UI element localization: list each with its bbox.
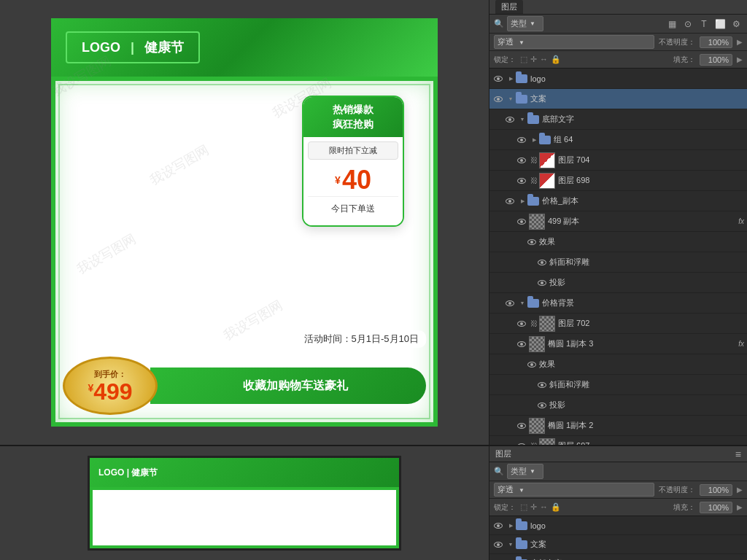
bottom-lock-icon-4[interactable]: 🔒: [551, 502, 561, 512]
layer-item[interactable]: ⛓ 图层 698: [489, 171, 747, 191]
bottom-layer-item[interactable]: logo: [489, 516, 747, 535]
layer-visibility[interactable]: [516, 420, 527, 432]
bottom-fill-value[interactable]: 100%: [700, 502, 732, 513]
layer-visibility[interactable]: [526, 236, 538, 248]
layer-item[interactable]: 效果: [489, 232, 747, 252]
layer-item[interactable]: ⛓ 图层 697: [489, 436, 747, 445]
layer-visibility[interactable]: [492, 539, 504, 551]
layers-tab[interactable]: 图层: [495, 0, 523, 14]
lock-icon-4[interactable]: 🔒: [551, 55, 561, 64]
card-header-line2: 疯狂抢购: [311, 117, 395, 132]
layer-expand-arrow[interactable]: [506, 94, 516, 104]
filter-dropdown[interactable]: 类型 ▼: [507, 16, 543, 31]
bottom-fill-arrow[interactable]: ▶: [737, 503, 743, 511]
layer-name: 文案: [530, 93, 744, 104]
layer-item[interactable]: 投影: [489, 395, 747, 416]
layer-item[interactable]: 499 副本 fx: [489, 211, 747, 232]
fill-label: 填充：: [673, 55, 695, 65]
bottom-lock-icon-2[interactable]: ✛: [530, 502, 537, 512]
layer-item[interactable]: ⛓ 图层 702: [489, 314, 747, 334]
layer-expand-arrow[interactable]: [506, 540, 516, 550]
layer-item[interactable]: ⛓ 图层 704: [489, 150, 747, 171]
layer-visibility[interactable]: [492, 558, 504, 561]
layer-visibility[interactable]: [516, 318, 527, 330]
bottom-lock-icon-3[interactable]: ↔: [540, 502, 548, 512]
layer-item[interactable]: 椭圆 1副本 3 fx: [489, 334, 747, 354]
collect-text: 收藏加购物车送豪礼: [243, 378, 348, 394]
bottom-search-row: 🔍 类型 ▼: [489, 462, 747, 481]
layer-list[interactable]: logo 文案 底部文字 组 64: [489, 69, 747, 445]
bottom-filter-label: 类型: [511, 466, 527, 477]
layer-visibility[interactable]: [492, 520, 504, 532]
bottom-opacity-arrow[interactable]: ▶: [737, 486, 743, 494]
layer-item[interactable]: 价格_副本: [489, 191, 747, 211]
blend-mode-dropdown[interactable]: 穿透 ▼: [494, 35, 654, 49]
fill-arrow[interactable]: ▶: [737, 55, 743, 63]
layer-visibility[interactable]: [504, 298, 516, 309]
layer-visibility[interactable]: [504, 195, 516, 207]
panel-icon-2[interactable]: ⊙: [681, 18, 694, 31]
lock-icons: ⬚ ✛ ↔ 🔒: [520, 55, 561, 64]
layer-item[interactable]: 底部文字: [489, 109, 747, 130]
layer-expand-arrow[interactable]: [506, 74, 516, 84]
canvas-bottom-area: 活动时间：5月1日-5月10日 到手价： ¥ 499 收藏加购物车送豪礼: [55, 330, 433, 415]
layer-item[interactable]: 椭圆 1副本 2: [489, 416, 747, 436]
layer-visibility[interactable]: [526, 359, 538, 370]
layer-item[interactable]: 文案: [489, 89, 747, 109]
activity-time: 活动时间：5月1日-5月10日: [297, 330, 426, 348]
layer-expand-arrow[interactable]: [517, 114, 527, 125]
layer-thumbnail: [529, 336, 545, 352]
layer-visibility[interactable]: [516, 134, 527, 146]
layer-visibility[interactable]: [536, 400, 548, 411]
layers-menu-icon[interactable]: ≡: [735, 448, 741, 460]
lock-icon-1[interactable]: ⬚: [520, 55, 527, 64]
layer-visibility[interactable]: [516, 216, 527, 228]
lock-icon-2[interactable]: ✛: [530, 55, 537, 64]
layer-expand-arrow[interactable]: [517, 196, 527, 206]
panel-icon-3[interactable]: T: [697, 18, 711, 31]
bottom-layer-list[interactable]: logo 文案 底部文字 组 64: [489, 516, 747, 560]
layer-visibility[interactable]: [536, 257, 548, 268]
bottom-lock-icon-1[interactable]: ⬚: [520, 502, 527, 512]
bottom-layer-item[interactable]: 文案: [489, 535, 747, 554]
layers-panel: 图层 🔍 类型 ▼ ▦ ⊙ T ⬜ ⚙ 穿透 ▼ 不透明度： 100%: [489, 0, 747, 445]
layer-visibility[interactable]: [536, 379, 548, 391]
panel-icon-1[interactable]: ▦: [665, 18, 678, 31]
price-number: 40: [342, 167, 371, 193]
panel-icon-4[interactable]: ⬜: [713, 18, 727, 31]
opacity-arrow[interactable]: ▶: [737, 38, 743, 46]
lock-row: 锁定： ⬚ ✛ ↔ 🔒 填充： 100% ▶: [489, 51, 747, 69]
layer-item[interactable]: 斜面和浮雕: [489, 375, 747, 395]
layer-thumbnail: [539, 173, 555, 189]
layer-thumbnail: [539, 152, 555, 168]
layer-visibility[interactable]: [504, 114, 516, 125]
opacity-value[interactable]: 100%: [700, 36, 732, 48]
lock-icon-3[interactable]: ↔: [540, 55, 548, 64]
fill-value[interactable]: 100%: [700, 54, 732, 66]
layer-visibility[interactable]: [492, 73, 504, 85]
bottom-blend-dropdown[interactable]: 穿透 ▼: [494, 483, 654, 497]
layer-item[interactable]: logo: [489, 69, 747, 89]
bottom-filter-dropdown[interactable]: 类型 ▼: [507, 464, 543, 479]
layer-expand-arrow[interactable]: [529, 135, 539, 145]
layer-item[interactable]: 效果: [489, 354, 747, 375]
layer-visibility[interactable]: [516, 175, 527, 187]
layer-item[interactable]: 价格背景: [489, 293, 747, 314]
layer-visibility[interactable]: [516, 155, 527, 166]
panel-icon-5[interactable]: ⚙: [729, 18, 743, 31]
layer-item[interactable]: 斜面和浮雕: [489, 252, 747, 273]
layer-item[interactable]: 组 64: [489, 130, 747, 150]
layer-expand-arrow[interactable]: [506, 521, 516, 531]
layer-visibility[interactable]: [492, 93, 504, 105]
layer-name: logo: [530, 74, 744, 83]
layer-expand-arrow[interactable]: [517, 298, 527, 308]
bottom-layer-item[interactable]: 底部文字: [489, 554, 747, 560]
fx-badge: fx: [738, 217, 744, 225]
layer-visibility[interactable]: [516, 440, 527, 446]
layer-visibility[interactable]: [536, 277, 548, 289]
layer-name: 图层 698: [558, 175, 744, 186]
price-symbol: ¥: [335, 174, 341, 186]
bottom-opacity-value[interactable]: 100%: [700, 484, 732, 496]
layer-item[interactable]: 投影: [489, 273, 747, 293]
layer-visibility[interactable]: [516, 338, 527, 350]
